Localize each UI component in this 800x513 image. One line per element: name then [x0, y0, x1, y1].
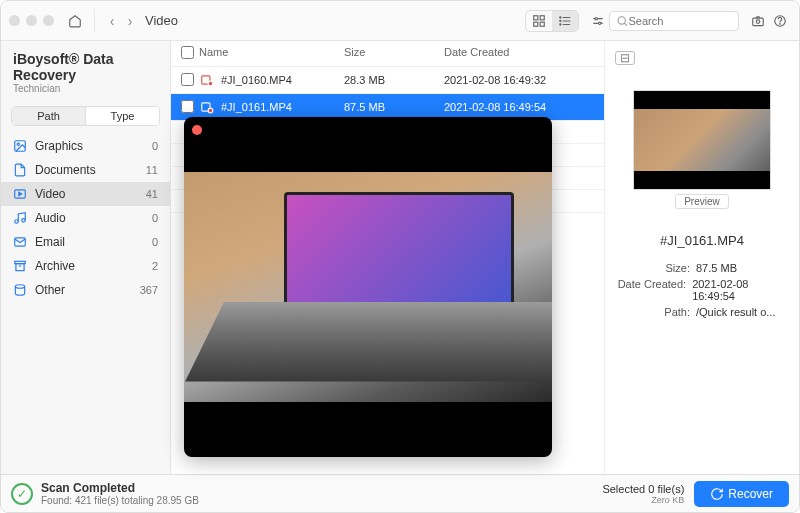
svg-point-19: [780, 23, 781, 24]
mail-icon: [13, 235, 27, 249]
col-date[interactable]: Date Created: [444, 46, 594, 61]
sidebar-item-email[interactable]: Email0: [1, 230, 170, 254]
scan-title: Scan Completed: [41, 481, 199, 495]
app-title: iBoysoft® Data Recovery: [13, 51, 158, 83]
search-icon: [616, 14, 629, 28]
view-grid-icon[interactable]: [526, 11, 552, 31]
svg-point-9: [560, 23, 561, 24]
table-row[interactable]: #JI_0160.MP428.3 MB2021-02-08 16:49:32: [171, 67, 604, 94]
meta-row: Date Created:2021-02-08 16:49:54: [615, 276, 789, 304]
image-icon: [13, 139, 27, 153]
sidebar-item-graphics[interactable]: Graphics0: [1, 134, 170, 158]
row-checkbox[interactable]: [181, 73, 194, 86]
meta-row: Path:/Quick result o...: [615, 304, 789, 320]
app-subtitle: Technician: [13, 83, 158, 94]
svg-rect-2: [534, 22, 538, 26]
video-preview-popover[interactable]: [184, 117, 552, 457]
nav-back-icon[interactable]: ‹: [103, 13, 121, 29]
preview-filename: #JI_0161.MP4: [660, 233, 744, 248]
archive-icon: [13, 259, 27, 273]
row-checkbox[interactable]: [181, 100, 194, 113]
toolbar: ‹ › Video: [1, 1, 799, 41]
video-icon: [13, 187, 27, 201]
svg-point-21: [17, 143, 19, 145]
scan-subtitle: Found: 421 file(s) totaling 28.95 GB: [41, 495, 199, 506]
svg-rect-3: [540, 22, 544, 26]
svg-point-23: [15, 220, 19, 224]
svg-rect-1: [540, 15, 544, 19]
view-list-icon[interactable]: [552, 11, 578, 31]
svg-point-17: [756, 19, 760, 22]
svg-line-15: [624, 23, 627, 26]
sidebar-item-video[interactable]: Video41: [1, 182, 170, 206]
svg-rect-16: [753, 18, 764, 26]
svg-point-8: [560, 20, 561, 21]
sidebar-item-archive[interactable]: Archive2: [1, 254, 170, 278]
svg-point-7: [560, 16, 561, 17]
svg-point-24: [22, 219, 26, 223]
selected-size: Zero KB: [602, 495, 684, 505]
panel-collapse-icon[interactable]: ⊟: [615, 51, 635, 65]
svg-rect-27: [16, 264, 24, 271]
preview-button[interactable]: Preview: [675, 194, 729, 209]
svg-point-14: [618, 16, 625, 23]
nav-forward-icon[interactable]: ›: [121, 13, 139, 29]
scan-complete-icon: ✓: [11, 483, 33, 505]
svg-point-12: [595, 17, 597, 19]
doc-icon: [13, 163, 27, 177]
svg-point-33: [208, 108, 213, 113]
sidebar-item-documents[interactable]: Documents11: [1, 158, 170, 182]
recover-button[interactable]: Recover: [694, 481, 789, 507]
search-box[interactable]: [609, 11, 739, 31]
selected-count: Selected 0 file(s): [602, 483, 684, 495]
video-file-icon: [199, 99, 215, 115]
preview-thumbnail: [633, 90, 771, 190]
home-icon[interactable]: [64, 10, 86, 32]
audio-icon: [13, 211, 27, 225]
close-icon[interactable]: [192, 125, 202, 135]
col-name[interactable]: Name: [199, 46, 344, 61]
help-icon[interactable]: [769, 10, 791, 32]
search-input[interactable]: [629, 15, 733, 27]
svg-point-29: [15, 285, 24, 289]
select-all-checkbox[interactable]: [181, 46, 194, 59]
tab-path[interactable]: Path: [12, 107, 86, 125]
video-file-icon: [199, 72, 215, 88]
filter-icon[interactable]: [587, 10, 609, 32]
svg-point-31: [208, 81, 213, 86]
footer: ✓ Scan Completed Found: 421 file(s) tota…: [1, 474, 799, 512]
traffic-lights[interactable]: [9, 15, 54, 26]
tab-type[interactable]: Type: [86, 107, 159, 125]
recover-icon: [710, 487, 724, 501]
sidebar: iBoysoft® Data Recovery Technician Path …: [1, 41, 171, 474]
meta-row: Size:87.5 MB: [615, 260, 789, 276]
col-size[interactable]: Size: [344, 46, 444, 61]
svg-rect-0: [534, 15, 538, 19]
other-icon: [13, 283, 27, 297]
camera-icon[interactable]: [747, 10, 769, 32]
sidebar-item-audio[interactable]: Audio0: [1, 206, 170, 230]
preview-panel: ⊟ Preview #JI_0161.MP4 Size:87.5 MBDate …: [604, 41, 799, 474]
svg-point-13: [599, 22, 601, 24]
sidebar-item-other[interactable]: Other367: [1, 278, 170, 302]
breadcrumb: Video: [145, 13, 178, 28]
